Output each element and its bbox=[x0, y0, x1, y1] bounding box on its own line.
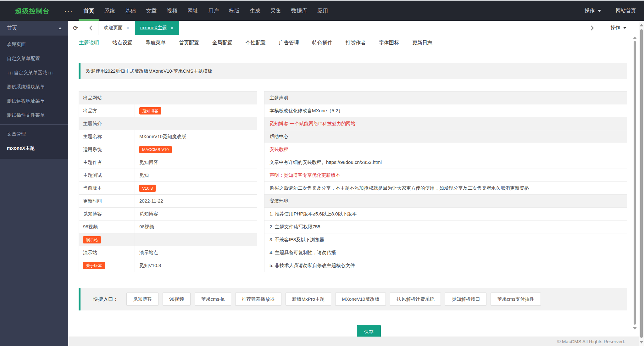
sidebar-item-mxonex-theme[interactable]: mxoneX主题 bbox=[0, 141, 68, 155]
quick-link-danmu-player[interactable]: 推荐弹幕播放器 bbox=[235, 293, 281, 306]
table-row: 4. 主题具备可复制性，请勿传播 bbox=[264, 246, 627, 259]
scroll-up-arrow-icon[interactable] bbox=[633, 36, 637, 39]
topnav-item-system[interactable]: 系统 bbox=[99, 1, 120, 21]
table-section-row: 主题简介 bbox=[79, 117, 257, 130]
refresh-button[interactable]: ⟳ bbox=[68, 21, 83, 35]
tab-personal-config[interactable]: 个性配置 bbox=[239, 35, 272, 50]
tab-welcome-page[interactable]: 欢迎页面 × bbox=[98, 21, 135, 35]
tab-nav-menu[interactable]: 导航菜单 bbox=[139, 35, 172, 50]
caret-down-icon bbox=[623, 27, 627, 29]
info-tables: 出品网站 出品方觅知博客 主题简介 主题名称MXoneV10觅知魔改版 适用系统… bbox=[79, 91, 627, 272]
quick-link-mxonev10-mod[interactable]: MXoneV10魔改版 bbox=[335, 293, 386, 306]
topnav-item-website[interactable]: 网址 bbox=[182, 1, 203, 21]
row-value: 98视频 bbox=[135, 220, 257, 233]
app-logo: 超级控制台 bbox=[15, 7, 50, 15]
scroll-up-arrow-icon[interactable] bbox=[640, 24, 643, 26]
tab-home-config[interactable]: 首页配置 bbox=[172, 35, 206, 50]
row-value: 觅知博客 bbox=[135, 156, 257, 169]
tab-reward-author[interactable]: 打赏作者 bbox=[339, 35, 372, 50]
quick-link-maccms-la[interactable]: 苹果cms-la bbox=[195, 293, 231, 306]
content-scrollbar[interactable] bbox=[633, 35, 637, 333]
row-label: 主题测试 bbox=[79, 169, 135, 181]
sidebar-item-article-manage[interactable]: 文章管理 bbox=[0, 127, 68, 141]
table-row: 觅知博客觅知博客 bbox=[79, 208, 257, 220]
table-row: 98视频98视频 bbox=[79, 220, 257, 233]
topbar-action-dropdown[interactable]: 操作 bbox=[585, 8, 601, 14]
topnav-item-template[interactable]: 模版 bbox=[224, 1, 245, 21]
topnav-item-collect[interactable]: 采集 bbox=[265, 1, 286, 21]
close-icon[interactable]: × bbox=[126, 25, 129, 31]
window-scrollbar[interactable] bbox=[639, 22, 644, 346]
table-row: 觅知博客-一个赋能网络IT科技魅力的网站! bbox=[264, 117, 627, 130]
demo-site-badge: 演示站 bbox=[83, 236, 101, 243]
topnav-item-app[interactable]: 应用 bbox=[312, 1, 333, 21]
quick-link-98video[interactable]: 98视频 bbox=[163, 293, 191, 306]
table-section-row: 出品网站 bbox=[79, 92, 257, 104]
tab-font-icons[interactable]: 字体图标 bbox=[372, 35, 406, 50]
sidebar-item-test-remote-url[interactable]: 测试远程地址菜单 bbox=[0, 94, 68, 108]
topnav-item-basic[interactable]: 基础 bbox=[120, 1, 141, 21]
table-row: 购买之后请勿二次售卖及分享，本主题不添加授权就是因为让大家更方便的使用，如发现分… bbox=[264, 182, 627, 195]
topnav-item-video[interactable]: 视频 bbox=[162, 1, 182, 21]
table-row: 演示站演示站点 bbox=[79, 246, 257, 259]
sidebar-section-home[interactable]: 首页 bbox=[0, 21, 68, 36]
row-label: 更新时间 bbox=[79, 195, 135, 207]
site-home-link[interactable]: 网站首页 bbox=[616, 8, 636, 14]
topnav-item-article[interactable]: 文章 bbox=[141, 1, 162, 21]
quick-link-maccms-pay-plugin[interactable]: 苹果cms支付插件 bbox=[491, 293, 541, 306]
tab-theme-intro[interactable]: 主题说明 bbox=[72, 35, 106, 50]
footer-copyright: © MacCMS All Rights Reserved. bbox=[68, 337, 644, 346]
row-value: 演示站点 bbox=[135, 246, 257, 259]
close-icon[interactable]: × bbox=[171, 25, 174, 31]
table-row: 1. 推荐使用PHP版本≥5.6以上8.0以下版本 bbox=[264, 208, 627, 220]
tab-action-label: 操作 bbox=[611, 25, 620, 31]
quick-link-fufeng-parse-billing[interactable]: 扶风解析计费系统 bbox=[390, 293, 441, 306]
content-tabs: 主题说明 站点设置 导航菜单 首页配置 全局配置 个性配置 广告管理 特色插件 … bbox=[68, 35, 644, 50]
quick-link-mizhi-parse-api[interactable]: 觅知解析接口 bbox=[445, 293, 486, 306]
caret-down-icon bbox=[597, 10, 601, 12]
chevron-left-icon bbox=[89, 25, 92, 31]
row-label: 主题作者 bbox=[79, 156, 135, 169]
table-row: 当前版本V10.8 bbox=[79, 182, 257, 195]
topbar-right: 操作 网站首页 bbox=[585, 8, 644, 14]
table-row: 主题测试觅知 bbox=[79, 169, 257, 182]
welcome-banner: 欢迎使用2022觅知正式魔改版MXoneV10-苹果CMS主题模板 bbox=[79, 63, 627, 79]
sidebar-item-custom-menu-area[interactable]: ↓↓↓自定义菜单区域↓↓↓ bbox=[0, 65, 68, 80]
section-label: 出品网站 bbox=[79, 92, 257, 104]
tab-action-dropdown[interactable]: 操作 bbox=[599, 21, 638, 35]
table-row: 文章中有详细的安装教程。https://98dou.cn/2853.html bbox=[264, 156, 627, 169]
table-row: 关于版本觅知V10.8 bbox=[79, 259, 257, 272]
version-badge: V10.8 bbox=[139, 185, 156, 192]
tab-site-settings[interactable]: 站点设置 bbox=[106, 35, 139, 50]
quick-link-mxpro-theme[interactable]: 新版MxPro主题 bbox=[286, 293, 331, 306]
topnav-item-database[interactable]: 数据库 bbox=[286, 1, 312, 21]
tab-changelog[interactable]: 更新日志 bbox=[406, 35, 439, 50]
tab-scroll-left-button[interactable] bbox=[83, 21, 98, 35]
sidebar-item-test-system-module[interactable]: 测试系统模块菜单 bbox=[0, 80, 68, 94]
sidebar-item-welcome-page[interactable]: 欢迎页面 bbox=[0, 37, 68, 51]
quick-links-label: 快捷入口： bbox=[93, 296, 118, 303]
quick-link-mizhi-blog[interactable]: 觅知博客 bbox=[126, 293, 158, 306]
topnav-item-user[interactable]: 用户 bbox=[203, 1, 224, 21]
topbar: 超级控制台 ··· 首页 系统 基础 文章 视频 网址 用户 模版 生成 采集 … bbox=[0, 1, 644, 21]
tab-ad-manage[interactable]: 广告管理 bbox=[272, 35, 306, 50]
scroll-down-arrow-icon[interactable] bbox=[633, 327, 637, 330]
row-value: MXoneV10觅知魔改版 bbox=[135, 130, 257, 143]
sidebar-item-test-plugin-file[interactable]: 测试插件文件菜单 bbox=[0, 108, 68, 122]
theme-info-table: 出品网站 出品方觅知博客 主题简介 主题名称MXoneV10觅知魔改版 适用系统… bbox=[79, 91, 257, 272]
system-badge: MACCMS V10 bbox=[139, 146, 172, 153]
row-value: 觅知 bbox=[135, 169, 257, 181]
topnav-item-home[interactable]: 首页 bbox=[79, 1, 99, 21]
tab-global-config[interactable]: 全局配置 bbox=[206, 35, 239, 50]
row-label: 主题名称 bbox=[79, 130, 135, 143]
topnav-item-generate[interactable]: 生成 bbox=[245, 1, 265, 21]
tab-scroll-right-button[interactable] bbox=[585, 21, 599, 35]
tab-mxonex-theme[interactable]: mxoneX主题 × bbox=[135, 21, 179, 35]
top-nav: 首页 系统 基础 文章 视频 网址 用户 模版 生成 采集 数据库 应用 bbox=[79, 1, 333, 21]
sidebar-item-custom-menu-config[interactable]: 自定义菜单配置 bbox=[0, 51, 68, 65]
scrollbar-thumb[interactable] bbox=[634, 41, 636, 325]
scrollbar-thumb[interactable] bbox=[640, 29, 643, 338]
about-version-badge: 关于版本 bbox=[83, 262, 105, 269]
scroll-down-arrow-icon[interactable] bbox=[640, 341, 643, 343]
tab-featured-plugins[interactable]: 特色插件 bbox=[306, 35, 339, 50]
